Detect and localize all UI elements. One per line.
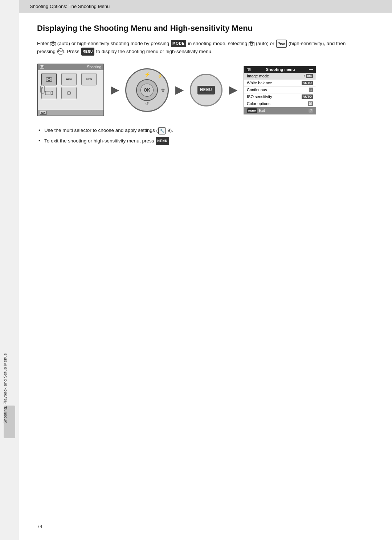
cam-icon-extra xyxy=(61,87,77,99)
sm-header-icon: — xyxy=(309,67,313,72)
cam-screen-top-bar: Shooting xyxy=(38,64,103,70)
arrow-3: ▶ xyxy=(229,84,237,96)
page-area: Displaying the Shooting Menu and High-se… xyxy=(19,13,392,540)
sm-label-image-mode: Image mode xyxy=(247,74,269,78)
sidebar-label: Shooting, Playback and Setup Menus xyxy=(3,353,7,424)
page-title: Displaying the Shooting Menu and High-se… xyxy=(37,23,374,34)
sm-row-continuous: Continuous □ xyxy=(244,86,316,93)
sm-label-continuous: Continuous xyxy=(247,88,267,92)
bullet1-text: Use the multi selector to choose and app… xyxy=(44,128,158,133)
cam-ok-label: OK xyxy=(40,111,46,115)
sm-label-color: Color options xyxy=(247,101,270,106)
sm-badge-white-balance: AUTO xyxy=(302,81,313,85)
cam-icon-hiso: HISO xyxy=(61,73,77,85)
header-bar: Shooting Options: The Shooting Menu xyxy=(19,0,392,13)
menu-btn-bullet2: MENU xyxy=(156,137,169,145)
sm-footer-exit-label: Exit xyxy=(259,109,265,113)
sm-footer: MENU Exit ? xyxy=(244,107,316,114)
svg-rect-8 xyxy=(41,65,43,66)
sm-row-iso: ISO sensitivity AUTO xyxy=(244,93,316,100)
dial-flash-icon: ⚡ xyxy=(158,74,163,78)
svg-point-10 xyxy=(48,78,50,81)
dial-top-flash: ⚡ xyxy=(144,72,150,77)
camera-screen-mockup: Shooting HISO SCN xyxy=(37,64,104,116)
sm-footer-help: ? xyxy=(309,109,313,113)
menu-button-label: MENU xyxy=(81,48,94,56)
sm-label-iso: ISO sensitivity xyxy=(247,94,272,99)
svg-rect-5 xyxy=(250,41,252,43)
svg-rect-11 xyxy=(48,77,50,78)
svg-point-7 xyxy=(41,67,43,68)
body-paragraph: Enter (auto) or high-sensitivity shootin… xyxy=(37,40,356,56)
sidebar: Shooting, Playback and Setup Menus xyxy=(0,0,19,540)
sm-footer-menu-icon: MENU xyxy=(247,108,257,113)
shooting-menu-mockup: Shooting menu — Image mode › 8m White ba… xyxy=(244,66,316,114)
sm-row-color: Color options ☑ xyxy=(244,100,316,107)
ok-circle-icon: OK xyxy=(57,48,64,55)
sm-title: Shooting menu xyxy=(266,67,295,72)
svg-rect-2 xyxy=(52,41,54,43)
cam-icon-scene: SCN xyxy=(81,73,97,85)
breadcrumb: Shooting Options: The Shooting Menu xyxy=(30,4,110,9)
camera-icon-2 xyxy=(249,41,254,46)
svg-rect-12 xyxy=(45,91,50,95)
page-wrapper: Shooting Options: The Shooting Menu Disp… xyxy=(19,0,392,540)
svg-point-4 xyxy=(250,43,253,45)
diagram-row: Shooting HISO SCN xyxy=(37,64,374,116)
mode-button-icon: MODE xyxy=(171,40,186,48)
sm-badge-continuous: □ xyxy=(309,88,313,92)
dial-self-timer: ↺ xyxy=(145,101,149,106)
sm-row-white-balance: White balance AUTO xyxy=(244,80,316,86)
cam-icon-auto xyxy=(41,73,57,85)
arrow-1: ▶ xyxy=(111,84,119,96)
camera-icon xyxy=(50,41,56,46)
cam-screen-icons-grid: HISO SCN xyxy=(38,70,103,99)
bullet-item-1: Use the multi selector to choose and app… xyxy=(37,126,374,134)
dial-mockup: ⚡ ⚡ OK ↺ ✿ xyxy=(125,68,169,112)
bullet-list: Use the multi selector to choose and app… xyxy=(37,126,374,145)
bullet2-end: . xyxy=(170,138,171,144)
main-content: Shooting Options: The Shooting Menu Disp… xyxy=(19,0,392,540)
sm-badge-image-mode: 8m xyxy=(306,74,313,78)
dial-inner: OK xyxy=(136,79,158,101)
cam-bottom-bar: OK xyxy=(38,110,103,116)
svg-marker-13 xyxy=(50,91,53,95)
sm-badge-color: ☑ xyxy=(308,101,313,106)
cam-left-icon xyxy=(40,85,45,95)
bullet1-ref: 9). xyxy=(166,128,173,133)
cam-mode-icon xyxy=(40,65,44,69)
sm-camera-icon xyxy=(247,67,252,72)
svg-point-1 xyxy=(52,43,54,45)
cam-screen-label: Shooting xyxy=(87,65,101,69)
svg-rect-23 xyxy=(248,68,250,69)
bullet2-text: To exit the shooting or high-sensitivity… xyxy=(44,138,155,144)
sm-header: Shooting menu — xyxy=(244,66,316,73)
arrow-2: ▶ xyxy=(175,84,183,96)
bullet-item-2: To exit the shooting or high-sensitivity… xyxy=(37,137,374,145)
sm-badge-iso: AUTO xyxy=(302,94,313,99)
svg-point-22 xyxy=(248,69,250,71)
dial-ok-label: OK xyxy=(140,84,154,97)
ref-icon: 🔧 xyxy=(158,127,166,135)
page-number: 74 xyxy=(37,524,42,529)
sm-row-image-mode: Image mode › 8m xyxy=(244,73,316,80)
dial-macro-icon: ✿ xyxy=(161,88,165,93)
sm-arrow-image-mode: › xyxy=(304,74,305,78)
svg-rect-19 xyxy=(41,85,44,93)
menu-button-mockup: MENU xyxy=(190,74,222,106)
menu-button-inner-label: MENU xyxy=(197,86,215,94)
hiso-icon: HISO xyxy=(276,40,287,47)
sm-label-white-balance: White balance xyxy=(247,81,272,85)
svg-point-20 xyxy=(42,87,43,88)
